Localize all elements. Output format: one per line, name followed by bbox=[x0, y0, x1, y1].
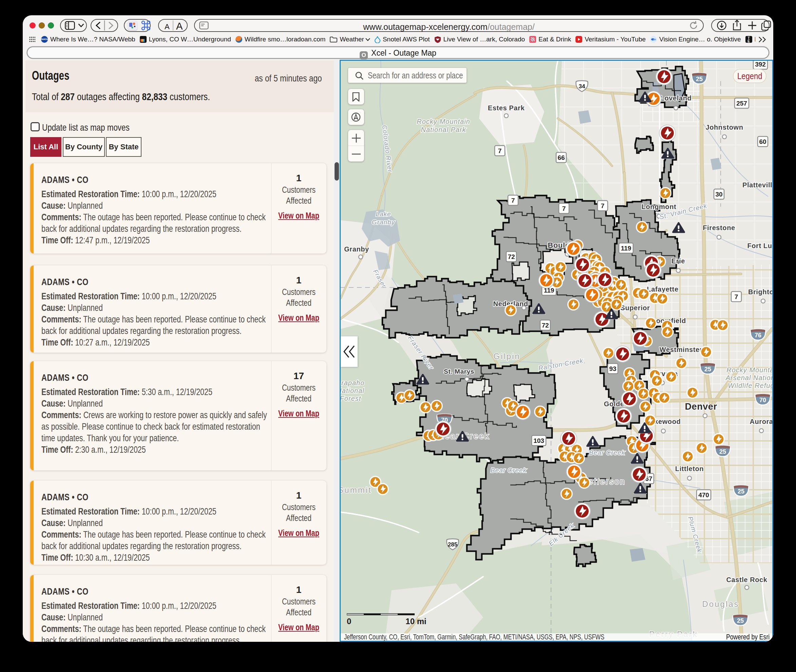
svg-text:Forest: Forest bbox=[340, 395, 361, 402]
svg-text:25: 25 bbox=[738, 488, 745, 495]
svg-text:25: 25 bbox=[704, 366, 711, 373]
svg-text:Lafayette: Lafayette bbox=[647, 285, 678, 293]
svg-text:Littleton: Littleton bbox=[675, 465, 704, 472]
svg-text:392: 392 bbox=[755, 61, 766, 68]
svg-text:7: 7 bbox=[498, 147, 502, 154]
svg-text:Bear Creek: Bear Creek bbox=[589, 449, 625, 456]
svg-text:Gilpin: Gilpin bbox=[493, 352, 520, 361]
svg-text:Wildlife Refuge: Wildlife Refuge bbox=[728, 382, 772, 389]
svg-text:7: 7 bbox=[511, 197, 515, 204]
svg-text:Brighton: Brighton bbox=[748, 288, 772, 296]
svg-text:Lake: Lake bbox=[376, 210, 391, 218]
svg-text:72: 72 bbox=[542, 322, 549, 329]
svg-text:Granby: Granby bbox=[372, 219, 395, 226]
svg-text:Aurora: Aurora bbox=[750, 418, 772, 425]
svg-text:34: 34 bbox=[579, 83, 585, 90]
svg-text:Denver: Denver bbox=[685, 402, 717, 412]
svg-text:Superior: Superior bbox=[620, 304, 650, 312]
svg-text:Estes Park: Estes Park bbox=[488, 104, 525, 112]
svg-text:Fort Lupt: Fort Lupt bbox=[747, 242, 772, 250]
svg-text:25: 25 bbox=[737, 618, 744, 624]
svg-text:Platteville: Platteville bbox=[742, 181, 772, 189]
svg-text:103: 103 bbox=[533, 437, 544, 444]
svg-text:Rocky Mountain: Rocky Mountain bbox=[726, 366, 772, 374]
svg-text:Rocky Mountain: Rocky Mountain bbox=[417, 118, 470, 125]
svg-text:7: 7 bbox=[562, 205, 566, 212]
svg-text:70: 70 bbox=[759, 397, 766, 403]
svg-text:Bear Creek: Bear Creek bbox=[491, 467, 527, 474]
svg-text:Westminster: Westminster bbox=[660, 346, 702, 353]
svg-text:30: 30 bbox=[715, 191, 722, 198]
svg-text:25: 25 bbox=[696, 76, 703, 82]
svg-text:7: 7 bbox=[601, 202, 605, 210]
svg-text:National Park: National Park bbox=[421, 126, 466, 133]
svg-text:Erie: Erie bbox=[671, 257, 685, 265]
svg-text:Castle Rock: Castle Rock bbox=[726, 576, 767, 583]
svg-text:National: National bbox=[340, 387, 364, 394]
svg-text:Loveland: Loveland bbox=[660, 94, 692, 102]
svg-text:60: 60 bbox=[759, 138, 766, 145]
svg-text:66: 66 bbox=[558, 154, 564, 161]
svg-text:Longmont: Longmont bbox=[642, 203, 676, 210]
svg-text:470: 470 bbox=[698, 491, 709, 499]
svg-text:Arapaho: Arapaho bbox=[340, 379, 364, 387]
svg-text:25: 25 bbox=[719, 448, 726, 455]
svg-text:Granby: Granby bbox=[344, 245, 369, 253]
svg-text:76: 76 bbox=[754, 332, 761, 339]
svg-text:119: 119 bbox=[621, 245, 631, 252]
svg-text:Johnstown: Johnstown bbox=[706, 123, 743, 131]
svg-text:7: 7 bbox=[735, 293, 738, 300]
svg-text:72: 72 bbox=[508, 253, 515, 260]
svg-text:285: 285 bbox=[448, 541, 457, 548]
svg-text:93: 93 bbox=[609, 365, 616, 372]
svg-text:Summit: Summit bbox=[340, 485, 372, 494]
svg-text:Douglas: Douglas bbox=[702, 599, 739, 608]
svg-text:Firestone: Firestone bbox=[703, 224, 735, 232]
svg-text:257: 257 bbox=[736, 100, 747, 107]
svg-text:Arsenal National: Arsenal National bbox=[726, 374, 772, 381]
svg-text:St. Marys: St. Marys bbox=[444, 368, 474, 375]
